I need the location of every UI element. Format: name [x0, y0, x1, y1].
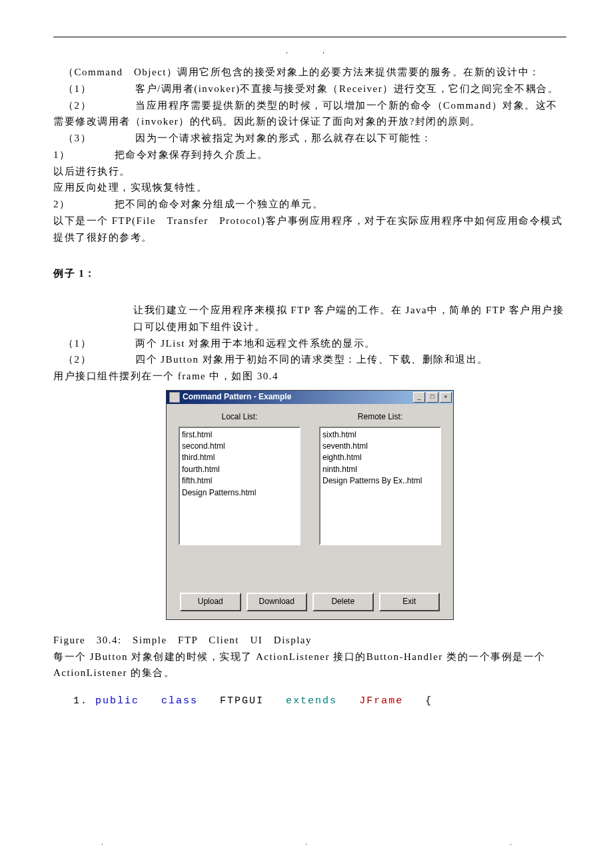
maximize-button[interactable]: □ — [426, 392, 438, 403]
list-item[interactable]: first.html — [182, 429, 297, 441]
body-text: 应用反向处理，实现恢复特性。 — [53, 179, 566, 196]
figure-wrap: Command Pattern - Example _ □ × Local Li… — [53, 390, 566, 620]
footer-dot: . — [306, 836, 308, 848]
remote-list-label: Remote List: — [319, 411, 441, 424]
list-item[interactable]: Design Patterns By Ex..html — [322, 475, 438, 487]
body-text: 2） 把不同的命令对象分组成一个独立的单元。 — [53, 196, 566, 213]
superclass-name: JFrame — [359, 695, 403, 707]
delete-button[interactable]: Delete — [312, 593, 374, 611]
app-icon — [169, 392, 180, 403]
close-button[interactable]: × — [440, 392, 452, 403]
body-text: （3） 因为一个请求被指定为对象的形式，那么就存在以下可能性： — [53, 130, 566, 147]
lists-row: Local List: first.html second.html third… — [179, 411, 441, 545]
keyword-extends: extends — [286, 695, 337, 707]
local-list-label: Local List: — [179, 411, 301, 424]
body-text: 用户接口组件摆列在一个 frame 中，如图 30.4 — [53, 368, 566, 385]
footer-dot: . — [101, 836, 103, 848]
button-row: Upload Download Delete Exit — [179, 587, 441, 611]
window-buttons: _ □ × — [413, 392, 452, 403]
body-text: （Command Object）调用它所包含的接受对象上的必要方法来提供需要的服… — [53, 64, 566, 81]
window-title: Command Pattern - Example — [183, 391, 413, 404]
list-item[interactable]: Design Patterns.html — [182, 487, 297, 499]
header-rule — [53, 37, 566, 37]
body-text: （2） 当应用程序需要提供新的类型的时候，可以增加一个新的命令（Command）… — [53, 97, 566, 131]
code-line-number: 1. — [73, 695, 95, 707]
body-text: （1） 两个 JList 对象用于本地和远程文件系统的显示。 — [53, 335, 566, 352]
class-name: FTPGUI — [220, 695, 264, 707]
header-rule-dot: . . — [286, 45, 327, 58]
footer-dot: . — [510, 836, 512, 848]
app-body: Local List: first.html second.html third… — [167, 404, 453, 619]
example-heading: 例子 1： — [53, 265, 566, 282]
upload-button[interactable]: Upload — [180, 593, 241, 611]
exit-button[interactable]: Exit — [379, 593, 440, 611]
body-text: 每一个 JButton 对象创建的时候，实现了 ActionListener 接… — [53, 649, 566, 682]
download-button[interactable]: Download — [247, 593, 308, 611]
body-text: 1） 把命令对象保存到持久介质上。 — [53, 147, 566, 163]
remote-list-column: Remote List: sixth.html seventh.html eig… — [319, 411, 441, 545]
list-item[interactable]: seventh.html — [322, 441, 438, 452]
body-text: 让我们建立一个应用程序来模拟 FTP 客户端的工作。在 Java中，简单的 FT… — [53, 302, 566, 335]
list-item[interactable]: fifth.html — [182, 475, 297, 487]
local-list-column: Local List: first.html second.html third… — [179, 411, 301, 545]
keyword-public: public — [95, 695, 139, 707]
code-line: 1. public class FTPGUI extends JFrame { — [53, 693, 566, 710]
body-text: 以下是一个 FTP(File Transfer Protocol)客户事例应用程… — [53, 213, 566, 246]
figure-caption: Figure 30.4: Simple FTP Client UI Displa… — [53, 632, 566, 649]
local-list[interactable]: first.html second.html third.html fourth… — [179, 427, 301, 545]
app-window: Command Pattern - Example _ □ × Local Li… — [166, 390, 454, 620]
list-item[interactable]: eighth.html — [322, 452, 438, 463]
minimize-button[interactable]: _ — [413, 392, 425, 403]
list-item[interactable]: third.html — [182, 452, 297, 463]
list-item[interactable]: second.html — [182, 441, 297, 452]
open-brace: { — [425, 695, 432, 707]
remote-list[interactable]: sixth.html seventh.html eighth.html nint… — [319, 427, 441, 545]
document-page: . . （Command Object）调用它所包含的接受对象上的必要方法来提供… — [0, 0, 613, 868]
list-item[interactable]: ninth.html — [322, 464, 438, 475]
list-item[interactable]: fourth.html — [182, 464, 297, 475]
keyword-class: class — [161, 695, 198, 707]
body-text: 以后进行执行。 — [53, 163, 566, 180]
list-item[interactable]: sixth.html — [322, 429, 438, 441]
window-titlebar: Command Pattern - Example _ □ × — [167, 391, 453, 404]
body-text: （2） 四个 JButton 对象用于初始不同的请求类型：上传、下载、删除和退出… — [53, 351, 566, 368]
footer-dots: . . . — [0, 836, 613, 848]
body-text: （1） 客户/调用者(invoker)不直接与接受对象（Receiver）进行交… — [53, 81, 566, 97]
